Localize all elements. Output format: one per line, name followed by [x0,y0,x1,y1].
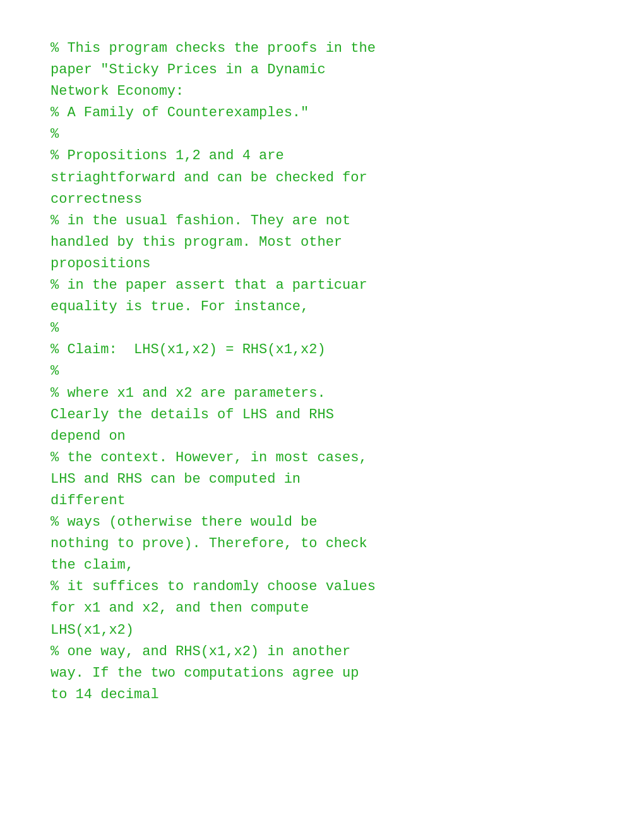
code-content: % This program checks the proofs in the … [0,0,426,744]
